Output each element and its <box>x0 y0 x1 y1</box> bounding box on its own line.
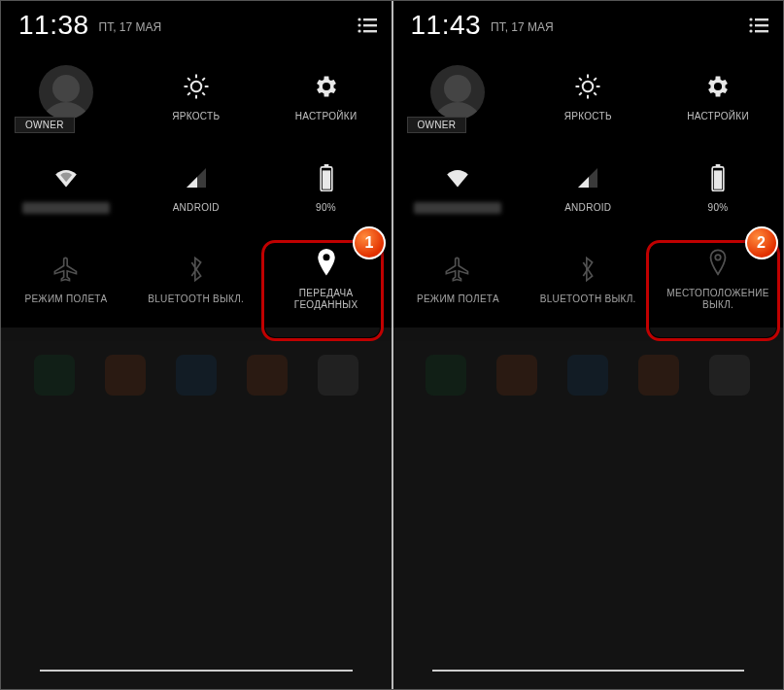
gear-icon <box>313 68 340 105</box>
settings-tile[interactable]: НАСТРОЙКИ <box>653 50 783 141</box>
avatar-icon <box>39 65 93 120</box>
airplane-label: РЕЖИМ ПОЛЕТА <box>417 293 499 305</box>
svg-point-36 <box>715 255 721 260</box>
svg-point-22 <box>749 29 752 32</box>
date: ПТ, 17 МАЯ <box>491 20 554 34</box>
svg-rect-21 <box>755 24 768 26</box>
home-screen-apps <box>393 349 784 401</box>
wifi-tile[interactable] <box>393 141 524 232</box>
svg-rect-3 <box>363 24 377 26</box>
airplane-tile[interactable]: РЕЖИМ ПОЛЕТА <box>1 232 131 324</box>
svg-line-32 <box>594 78 597 81</box>
bluetooth-icon <box>186 251 207 288</box>
svg-point-20 <box>749 23 752 26</box>
cellular-tile[interactable]: ANDROID <box>131 141 261 232</box>
wifi-tile[interactable] <box>1 141 131 232</box>
bluetooth-tile[interactable]: BLUETOOTH ВЫКЛ. <box>131 232 261 324</box>
location-tile[interactable]: ПЕРЕДАЧА ГЕОДАННЫХ <box>261 232 392 324</box>
battery-icon <box>319 159 334 196</box>
location-label: МЕСТОПОЛОЖЕНИЕ ВЫКЛ. <box>666 288 768 311</box>
gear-icon <box>704 68 732 105</box>
wifi-icon <box>443 159 472 196</box>
svg-rect-35 <box>714 170 722 189</box>
svg-line-31 <box>579 92 582 95</box>
svg-point-18 <box>749 17 752 20</box>
quick-settings-panel: OWNER ЯРКОСТЬ НАСТРОЙКИ <box>393 50 784 328</box>
cellular-label: ANDROID <box>173 202 220 214</box>
panel-handle[interactable] <box>432 670 745 672</box>
bluetooth-tile[interactable]: BLUETOOTH ВЫКЛ. <box>523 232 653 324</box>
bluetooth-label: BLUETOOTH ВЫКЛ. <box>148 293 244 305</box>
signal-icon <box>576 159 599 196</box>
wifi-ssid-blurred <box>22 202 110 214</box>
profile-tile[interactable]: OWNER <box>1 50 131 141</box>
location-pin-icon <box>707 245 729 282</box>
owner-badge: OWNER <box>407 117 467 133</box>
brightness-label: ЯРКОСТЬ <box>564 111 612 122</box>
status-bar: 11:38 ПТ, 17 МАЯ <box>1 1 392 50</box>
status-bar: 11:43 ПТ, 17 МАЯ <box>393 1 784 50</box>
brightness-tile[interactable]: ЯРКОСТЬ <box>523 50 653 141</box>
battery-label: 90% <box>316 202 336 214</box>
bluetooth-icon <box>577 251 598 288</box>
avatar-icon <box>430 65 485 120</box>
screen-left: 11:38 ПТ, 17 МАЯ OWNER ЯРКОСТЬ <box>1 1 392 689</box>
screen-right: 11:43 ПТ, 17 МАЯ OWNER ЯРКОСТЬ <box>393 1 784 689</box>
notifications-list-icon[interactable] <box>748 17 769 34</box>
svg-line-29 <box>579 78 582 81</box>
svg-line-30 <box>594 92 597 95</box>
airplane-icon <box>444 251 471 288</box>
notifications-list-icon[interactable] <box>357 17 378 34</box>
screens-container: 11:38 ПТ, 17 МАЯ OWNER ЯРКОСТЬ <box>1 1 783 689</box>
settings-label: НАСТРОЙКИ <box>687 111 749 122</box>
home-screen-apps <box>1 349 392 401</box>
battery-tile[interactable]: 90% <box>261 141 392 232</box>
svg-rect-17 <box>322 170 329 189</box>
svg-point-24 <box>583 82 594 92</box>
location-pin-icon <box>316 245 337 282</box>
location-label: ПЕРЕДАЧА ГЕОДАННЫХ <box>294 288 358 311</box>
bluetooth-label: BLUETOOTH ВЫКЛ. <box>540 293 636 305</box>
owner-badge: OWNER <box>15 117 75 133</box>
settings-tile[interactable]: НАСТРОЙКИ <box>261 50 392 141</box>
location-tile[interactable]: МЕСТОПОЛОЖЕНИЕ ВЫКЛ. <box>653 232 783 324</box>
profile-tile[interactable]: OWNER <box>393 50 524 141</box>
svg-point-4 <box>358 29 360 32</box>
signal-icon <box>185 159 208 196</box>
cellular-tile[interactable]: ANDROID <box>523 141 653 232</box>
svg-line-12 <box>202 92 205 95</box>
svg-line-13 <box>187 92 190 95</box>
svg-point-2 <box>358 23 360 26</box>
brightness-tile[interactable]: ЯРКОСТЬ <box>131 50 261 141</box>
cellular-label: ANDROID <box>564 202 611 214</box>
svg-rect-19 <box>755 18 768 20</box>
battery-tile[interactable]: 90% <box>653 141 783 232</box>
svg-line-14 <box>202 78 205 81</box>
brightness-icon <box>573 68 602 105</box>
quick-settings-panel: OWNER ЯРКОСТЬ НАСТРОЙКИ <box>1 50 392 328</box>
clock: 11:43 <box>411 10 482 41</box>
svg-point-0 <box>358 17 360 20</box>
settings-label: НАСТРОЙКИ <box>295 111 358 122</box>
panel-handle[interactable] <box>40 670 353 672</box>
airplane-tile[interactable]: РЕЖИМ ПОЛЕТА <box>393 232 524 324</box>
airplane-label: РЕЖИМ ПОЛЕТА <box>24 293 107 305</box>
clock: 11:38 <box>18 10 89 41</box>
svg-rect-23 <box>755 30 768 32</box>
svg-rect-1 <box>363 18 377 20</box>
airplane-icon <box>52 251 80 288</box>
wifi-icon <box>51 159 81 196</box>
brightness-icon <box>182 68 211 105</box>
battery-label: 90% <box>708 202 729 214</box>
svg-line-11 <box>187 78 190 81</box>
brightness-label: ЯРКОСТЬ <box>172 111 220 122</box>
svg-rect-5 <box>363 30 377 32</box>
battery-icon <box>710 159 726 196</box>
wifi-ssid-blurred <box>414 202 501 214</box>
date: ПТ, 17 МАЯ <box>99 20 162 34</box>
svg-point-6 <box>190 82 201 92</box>
